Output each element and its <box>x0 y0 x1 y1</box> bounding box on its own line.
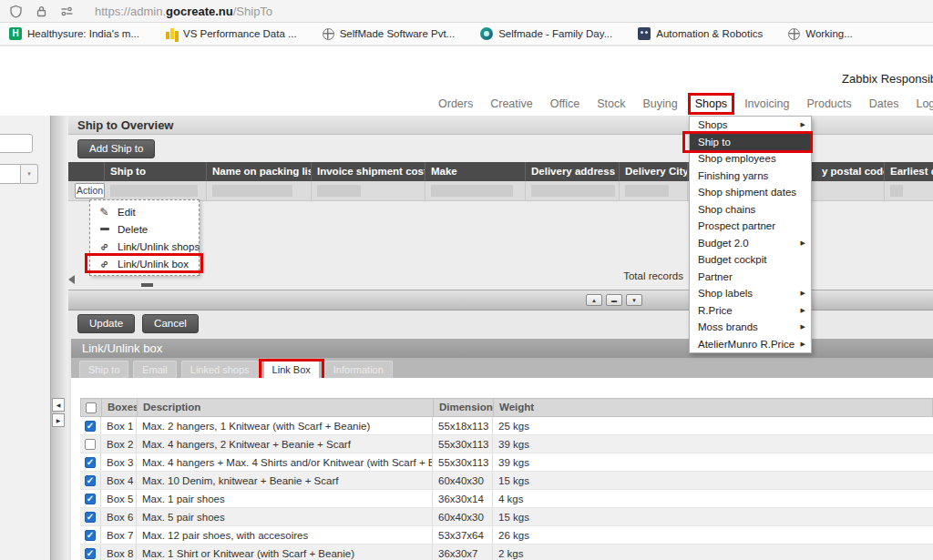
box-weight: 15 kgs <box>493 472 933 489</box>
tab[interactable]: Link Box <box>263 361 320 378</box>
menu-item-label: R.Price <box>698 305 733 316</box>
box-checkbox[interactable] <box>85 530 96 541</box>
popup-handle[interactable] <box>141 283 153 287</box>
expand-down-icon[interactable]: ▼ <box>626 294 642 306</box>
box-checkbox[interactable] <box>85 421 96 432</box>
table-row: Box 2 Max. 4 hangers, 2 Knitwear + Beani… <box>80 435 933 453</box>
nav-item[interactable]: Invoicing <box>743 96 790 112</box>
boxes-table: Boxes Description Dimension Weight Box 1… <box>80 398 933 560</box>
select-all-checkbox[interactable] <box>86 402 97 413</box>
tab[interactable]: Ship to <box>79 361 128 378</box>
box-weight: 26 kgs <box>493 526 933 544</box>
lock-icon[interactable] <box>35 5 48 18</box>
menu-item[interactable]: Prospect partner ▶ <box>690 218 811 235</box>
menu-item-label: Shop labels <box>698 288 753 299</box>
tab[interactable]: Linked shops <box>181 361 259 378</box>
bookmark-favicon-icon <box>323 28 334 40</box>
box-checkbox[interactable] <box>85 512 96 523</box>
update-button[interactable]: Update <box>77 314 135 333</box>
collapse-right-button[interactable]: ▶ <box>52 413 65 427</box>
box-name: Box 1 <box>101 417 137 434</box>
nav-item[interactable]: Logis <box>915 96 933 112</box>
overview-column-header: Invoice shipment cost <box>312 162 425 181</box>
box-weight: 2 kgs <box>493 545 933 560</box>
tab[interactable]: Information <box>324 361 393 378</box>
context-menu-label: Edit <box>118 207 136 218</box>
add-ship-to-button[interactable]: Add Ship to <box>77 139 155 158</box>
box-checkbox[interactable] <box>85 475 96 486</box>
linkbox-tabs: Ship to Email Linked shops Link Box Info… <box>71 358 933 378</box>
menu-item-label: Budget cockpit <box>698 254 766 265</box>
nav-item[interactable]: Dates <box>868 96 900 112</box>
bookmark-item[interactable]: Working... <box>788 28 853 40</box>
bookmark-item[interactable]: Selfmade - Family Day... <box>480 27 612 40</box>
menu-item-label: Ship to <box>698 137 731 148</box>
nav-item[interactable]: Products <box>805 96 852 112</box>
box-checkbox[interactable] <box>85 494 96 504</box>
box-name: Box 8 <box>101 545 137 560</box>
bookmark-item[interactable]: Automation & Robotics <box>638 27 763 40</box>
box-name: Box 6 <box>101 508 137 525</box>
bookmark-favicon-icon <box>788 28 800 40</box>
expand-up-icon[interactable]: ▲ <box>586 294 602 306</box>
panel-splitter[interactable] <box>50 116 68 560</box>
nav-item[interactable]: Buying <box>641 96 678 112</box>
box-checkbox[interactable] <box>85 457 96 468</box>
combobox-field[interactable] <box>0 164 21 184</box>
collapse-middle-icon[interactable]: ▬ <box>606 294 622 306</box>
box-checkbox[interactable] <box>85 439 96 450</box>
bookmark-favicon-icon <box>480 27 493 40</box>
box-dimension: 60x40x30 <box>433 472 493 489</box>
bookmark-item[interactable]: Healthysure: India's m... <box>9 27 139 40</box>
nav-item[interactable]: Orders <box>437 96 474 112</box>
column-header-boxes: Boxes <box>102 399 138 416</box>
menu-item[interactable]: Shop labels ▶ <box>690 285 811 302</box>
box-checkbox[interactable] <box>85 548 96 559</box>
menu-item-label: Shop employees <box>698 153 776 164</box>
bookmark-item[interactable]: VS Performance Data ... <box>165 27 297 40</box>
menu-item[interactable]: Finishing yarns ▶ <box>690 168 811 185</box>
context-menu-item[interactable]: Edit <box>90 203 199 220</box>
bookmark-label: Selfmade - Family Day... <box>498 28 612 39</box>
sidebar-combobox[interactable]: ▼ <box>0 164 38 184</box>
context-menu-icon <box>98 228 110 230</box>
table-row: Box 5 Max. 1 pair shoes 36x30x14 4 kgs <box>80 490 933 508</box>
submenu-arrow-icon: ▶ <box>801 319 805 336</box>
box-name: Box 3 <box>101 453 137 471</box>
action-button[interactable]: Action <box>75 183 105 199</box>
address-url[interactable]: https://admin.gocreate.nu/ShipTo <box>95 5 272 18</box>
collapse-left-button[interactable]: ◀ <box>52 398 65 412</box>
menu-item[interactable]: Moss brands ▶ <box>690 319 811 336</box>
menu-item[interactable]: Budget cockpit ▶ <box>690 251 811 269</box>
menu-item[interactable]: Ship to ▶ <box>690 134 811 151</box>
linkbox-content: Boxes Description Dimension Weight Box 1… <box>71 378 933 560</box>
context-menu-item[interactable]: Link/Unlink box <box>90 255 199 272</box>
context-menu-label: Link/Unlink box <box>118 259 189 270</box>
chevron-down-icon[interactable]: ▼ <box>21 164 38 184</box>
menu-item[interactable]: R.Price ▶ <box>690 302 811 320</box>
menu-item[interactable]: Shop shipment dates ▶ <box>690 184 811 201</box>
menu-item[interactable]: Partner ▶ <box>690 269 811 286</box>
cancel-button[interactable]: Cancel <box>142 314 199 333</box>
permissions-icon[interactable] <box>60 5 74 18</box>
sidebar-input[interactable] <box>0 134 33 153</box>
menu-item[interactable]: Shop employees ▶ <box>690 150 811 168</box>
menu-item[interactable]: AtelierMunro R.Price ▶ <box>690 336 811 353</box>
menu-item[interactable]: Budget 2.0 ▶ <box>690 235 811 252</box>
bookmark-label: Working... <box>805 28 853 39</box>
nav-item[interactable]: Shops <box>694 96 728 112</box>
context-menu-item[interactable]: Delete <box>90 220 199 238</box>
shield-icon[interactable] <box>9 5 23 18</box>
menu-item-label: Moss brands <box>698 321 758 332</box>
bookmark-item[interactable]: SelfMade Software Pvt... <box>323 28 456 40</box>
nav-item[interactable]: Office <box>549 96 580 112</box>
browser-url-bar: https://admin.gocreate.nu/ShipTo <box>0 0 933 23</box>
tab[interactable]: Email <box>133 361 177 378</box>
column-header-dimension: Dimension <box>434 399 494 416</box>
nav-item[interactable]: Creative <box>489 96 534 112</box>
menu-item[interactable]: Shop chains ▶ <box>690 201 811 219</box>
link-unlink-box-panel: Link/Unlink box Ship to Email Linked sho… <box>71 339 933 560</box>
menu-item-label: Budget 2.0 <box>698 238 749 249</box>
nav-item[interactable]: Stock <box>596 96 626 112</box>
overview-column-header <box>68 162 105 181</box>
